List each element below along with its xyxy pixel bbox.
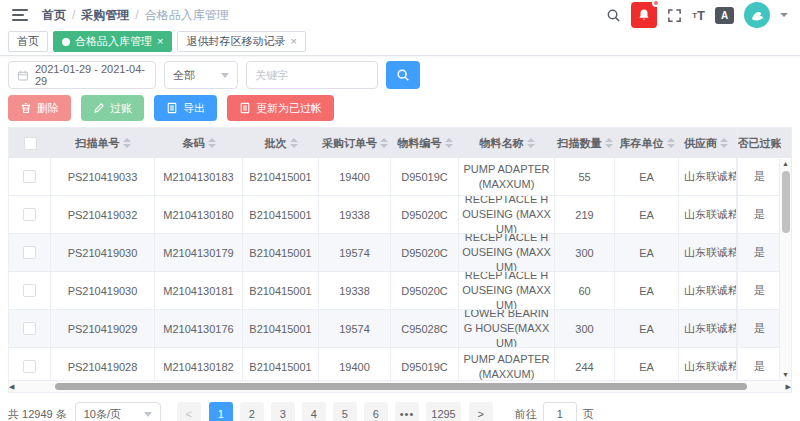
breadcrumb-purchase[interactable]: 采购管理 (81, 7, 129, 24)
scroll-down-icon[interactable]: ▼ (782, 370, 789, 380)
row-select-cell (9, 234, 51, 271)
row-checkbox[interactable] (23, 246, 36, 259)
table-row[interactable]: PS210419029M2104130176B21041500119574C95… (9, 310, 791, 348)
sort-icon[interactable] (380, 138, 388, 148)
pager-prev-button[interactable]: < (177, 402, 201, 421)
row-checkbox[interactable] (23, 170, 36, 183)
table-row[interactable]: PS210419030M2104130181B21041500119338D95… (9, 272, 791, 310)
top-bar: 首页 / 采购管理 / 合格品入库管理 TT A (0, 0, 800, 30)
pager-page-6[interactable]: 6 (364, 402, 388, 421)
cell-scan_no: PS210419030 (51, 234, 155, 271)
cell-qty: 219 (555, 196, 615, 233)
bell-icon (637, 8, 651, 22)
tab-home[interactable]: 首页 (8, 31, 48, 52)
page-size-value: 10条/页 (84, 407, 121, 421)
cell-unit: EA (615, 348, 679, 380)
cell-batch: B210415001 (243, 310, 319, 347)
search-button[interactable] (386, 61, 420, 89)
column-header-unit[interactable]: 库存单位 (615, 128, 679, 158)
update-posted-button[interactable]: 更新为已过帐 (227, 95, 334, 121)
sort-icon[interactable] (605, 138, 613, 148)
sort-icon[interactable] (527, 138, 535, 148)
cell-qty: 244 (555, 348, 615, 380)
scroll-right-icon[interactable]: ▶ (786, 382, 791, 392)
select-all-header (9, 128, 51, 158)
row-checkbox[interactable] (23, 322, 36, 335)
avatar[interactable] (744, 2, 770, 28)
cell-po: 19574 (319, 310, 391, 347)
date-range-picker[interactable]: 2021-01-29 - 2021-04-29 (8, 61, 156, 89)
scroll-up-icon[interactable]: ▲ (782, 159, 789, 169)
close-icon[interactable]: × (157, 36, 163, 47)
column-header-qty[interactable]: 扫描数量 (555, 128, 615, 158)
keyword-input[interactable] (255, 69, 369, 81)
column-header-material_no[interactable]: 物料编号 (391, 128, 459, 158)
vertical-scrollbar[interactable]: ▲ ▼ (779, 159, 791, 380)
page-size-select[interactable]: 10条/页 (75, 402, 161, 421)
pager-next-button[interactable]: > (469, 402, 493, 421)
cell-po: 19338 (319, 196, 391, 233)
cell-material_no: D95019C (391, 158, 459, 195)
tab-return-seal-area[interactable]: 退供封存区移动记录 × (177, 31, 305, 52)
fullscreen-icon[interactable] (667, 8, 682, 23)
row-select-cell (9, 348, 51, 380)
sort-icon[interactable] (667, 138, 675, 148)
type-select[interactable]: 全部 (164, 61, 238, 89)
column-header-posted[interactable]: 是否已过账 (737, 128, 781, 158)
horizontal-scrollbar[interactable]: ◀ ▶ (9, 380, 791, 392)
user-dropdown-caret[interactable] (780, 13, 788, 17)
column-header-batch[interactable]: 批次 (243, 128, 319, 158)
column-header-supplier[interactable]: 供应商 (679, 128, 737, 158)
pager-page-1[interactable]: 1 (209, 402, 233, 421)
close-icon[interactable]: × (290, 36, 296, 47)
table-row[interactable]: PS210419028M2104130182B21041500119400D95… (9, 348, 791, 380)
select-all-checkbox[interactable] (24, 137, 37, 150)
search-icon[interactable] (606, 8, 621, 23)
pager-page-5[interactable]: 5 (333, 402, 357, 421)
row-checkbox[interactable] (23, 284, 36, 297)
column-header-barcode[interactable]: 条码 (155, 128, 243, 158)
cell-supplier: 山东联诚精 (679, 272, 737, 309)
cell-material_name: RECEPTACLE HOUSEING (MAXXUM) (459, 196, 555, 233)
export-button[interactable]: 导出 (154, 95, 217, 121)
column-label: 采购订单号 (322, 136, 377, 151)
cell-batch: B210415001 (243, 348, 319, 380)
pager-more[interactable]: ••• (395, 402, 420, 421)
language-icon[interactable]: A (715, 7, 734, 24)
cell-unit: EA (615, 196, 679, 233)
row-checkbox[interactable] (23, 360, 36, 373)
sort-icon[interactable] (123, 138, 131, 148)
table-row[interactable]: PS210419032M2104130180B21041500119338D95… (9, 196, 791, 234)
pager-page-4[interactable]: 4 (302, 402, 326, 421)
menu-icon[interactable] (12, 9, 28, 21)
goto-page-input[interactable] (543, 402, 577, 421)
vertical-scroll-thumb[interactable] (782, 171, 790, 233)
sort-icon[interactable] (720, 138, 728, 148)
sort-icon[interactable] (208, 138, 216, 148)
column-header-material_name[interactable]: 物料名称 (459, 128, 555, 158)
column-header-scan_no[interactable]: 扫描单号 (51, 128, 155, 158)
table-row[interactable]: PS210419033M2104130183B21041500119400D95… (9, 158, 791, 196)
horizontal-scroll-thumb[interactable] (55, 383, 747, 390)
notification-button[interactable] (631, 2, 657, 28)
cell-po: 19338 (319, 272, 391, 309)
cell-material_name: PUMP ADAPTER (MAXXUM) (459, 158, 555, 195)
sort-icon[interactable] (290, 138, 298, 148)
filter-bar: 2021-01-29 - 2021-04-29 全部 (0, 56, 800, 89)
scroll-left-icon[interactable]: ◀ (9, 382, 14, 392)
table-header-row: 扫描单号条码批次采购订单号物料编号物料名称扫描数量库存单位供应商是否已过账 (9, 128, 791, 158)
table-row[interactable]: PS210419030M2104130179B21041500119574D95… (9, 234, 791, 272)
row-checkbox[interactable] (23, 208, 36, 221)
column-header-po[interactable]: 采购订单号 (319, 128, 391, 158)
delete-button[interactable]: 删除 (8, 95, 71, 121)
breadcrumb-home[interactable]: 首页 (42, 7, 66, 24)
post-button[interactable]: 过账 (81, 95, 144, 121)
goto-unit-label: 页 (583, 407, 594, 421)
pager-page-2[interactable]: 2 (240, 402, 264, 421)
pager-page-1295[interactable]: 1295 (426, 402, 460, 421)
cell-supplier: 山东联诚精 (679, 348, 737, 380)
font-size-icon[interactable]: TT (692, 8, 705, 23)
pager-page-3[interactable]: 3 (271, 402, 295, 421)
tab-qualified-inbound[interactable]: 合格品入库管理 × (53, 31, 172, 52)
sort-icon[interactable] (445, 138, 453, 148)
